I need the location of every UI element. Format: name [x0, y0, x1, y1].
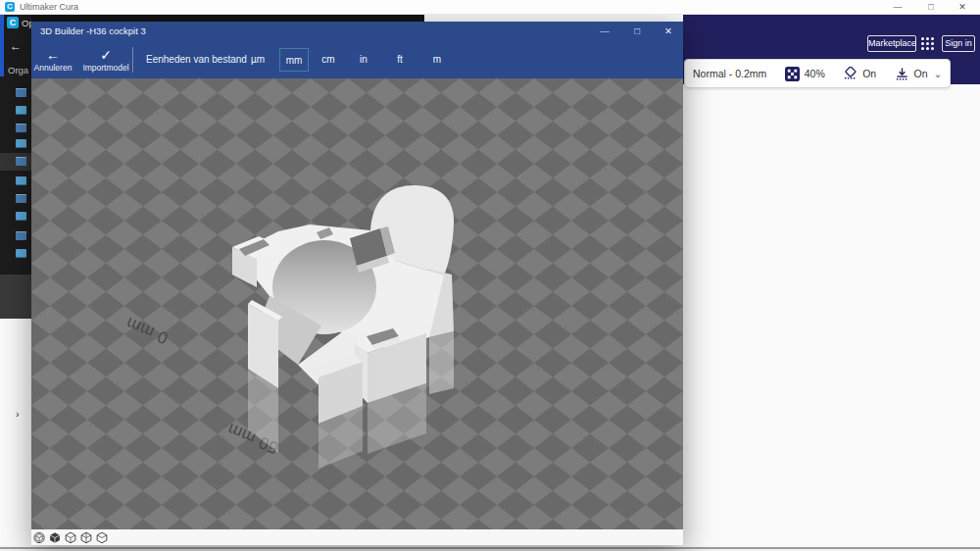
cancel-button[interactable]: ← Annuleren — [33, 47, 73, 76]
toolbar-divider — [132, 47, 133, 73]
builder-viewport[interactable]: 0 mm 50 mm — [31, 78, 683, 529]
signin-button[interactable]: Sign in — [942, 35, 975, 52]
unit-option-mm[interactable]: mm — [279, 48, 309, 72]
screen: C Ultimaker Cura — □ ✕ Marketplace Sign … — [0, 0, 980, 551]
builder-titlebar[interactable]: 3D Builder -H36 cockpit 3 — □ ✕ — [31, 22, 683, 41]
file-icon[interactable] — [16, 212, 26, 221]
minimize-icon[interactable]: — — [887, 1, 908, 13]
close-icon[interactable]: ✕ — [659, 25, 678, 38]
unit-option-ft[interactable]: ft — [385, 48, 415, 72]
builder-window-title: 3D Builder -H36 cockpit 3 — [40, 25, 146, 36]
adhesion-icon — [895, 67, 909, 81]
units-group-label: Eenheden van bestand — [146, 41, 247, 78]
file-icon[interactable] — [16, 231, 26, 240]
back-arrow-icon: ← — [33, 47, 73, 63]
chevron-right-icon[interactable]: › — [16, 408, 20, 420]
view-sphere-icon[interactable] — [32, 531, 46, 544]
dialog-accent-strip — [0, 14, 4, 76]
file-icon[interactable] — [16, 88, 26, 97]
shaded-view-cube-icon[interactable] — [64, 531, 77, 544]
cura-logo-icon: C — [5, 2, 15, 12]
maximize-icon[interactable]: □ — [627, 25, 647, 38]
marketplace-button[interactable]: Marketplace — [867, 35, 916, 52]
unit-option-um[interactable]: µm — [243, 48, 272, 72]
dialog-footer — [0, 275, 31, 319]
minimize-icon[interactable]: — — [595, 25, 614, 38]
back-icon[interactable]: ← — [10, 39, 22, 53]
builder-toolbar: ← Annuleren ✓ Importmodel Eenheden van b… — [31, 41, 683, 78]
cancel-label: Annuleren — [33, 63, 73, 74]
close-icon[interactable]: ✕ — [952, 1, 973, 13]
infill-value: 40% — [805, 68, 825, 79]
file-dialog-titlebar-strip — [0, 14, 424, 22]
builder-window: 3D Builder -H36 cockpit 3 — □ ✕ ← Annule… — [31, 22, 683, 545]
unit-option-in[interactable]: in — [349, 48, 378, 72]
support-state: On — [862, 68, 876, 79]
adhesion-state: On — [914, 68, 928, 79]
file-icon[interactable] — [16, 176, 26, 185]
xray-view-cube-icon[interactable] — [95, 531, 109, 544]
unit-option-cm[interactable]: cm — [314, 48, 343, 72]
os-titlebar: C Ultimaker Cura — □ ✕ — [0, 0, 980, 15]
infill-icon — [785, 67, 800, 81]
cura-logo-icon: C — [7, 17, 19, 28]
os-window-title: Ultimaker Cura — [20, 2, 78, 12]
file-dialog-sliver: C Op ← Orga — [0, 14, 31, 319]
file-icon[interactable] — [16, 249, 26, 258]
file-icon[interactable] — [16, 139, 26, 148]
solid-view-cube-icon[interactable] — [48, 531, 62, 544]
maximize-icon[interactable]: □ — [920, 1, 942, 13]
print-settings-bar[interactable]: Normal - 0.2mm 40% On On ⌄ — [684, 59, 951, 88]
grid-menu-icon[interactable] — [921, 37, 934, 50]
import-label: Importmodel — [78, 63, 133, 74]
organize-menu[interactable]: Orga — [8, 65, 28, 75]
chevron-down-icon[interactable]: ⌄ — [934, 69, 942, 79]
builder-view-bar — [31, 529, 683, 545]
file-icon[interactable] — [16, 106, 26, 115]
unit-option-m[interactable]: m — [422, 48, 452, 72]
profile-label: Normal - 0.2mm — [693, 68, 766, 79]
dialog-title: Op — [22, 18, 31, 28]
file-icon[interactable] — [16, 194, 26, 203]
wireframe-view-cube-icon[interactable] — [79, 531, 93, 544]
support-icon — [843, 67, 858, 81]
file-icon[interactable] — [16, 157, 26, 166]
file-icon[interactable] — [16, 124, 26, 132]
check-icon: ✓ — [78, 47, 133, 63]
import-model-button[interactable]: ✓ Importmodel — [78, 47, 133, 76]
